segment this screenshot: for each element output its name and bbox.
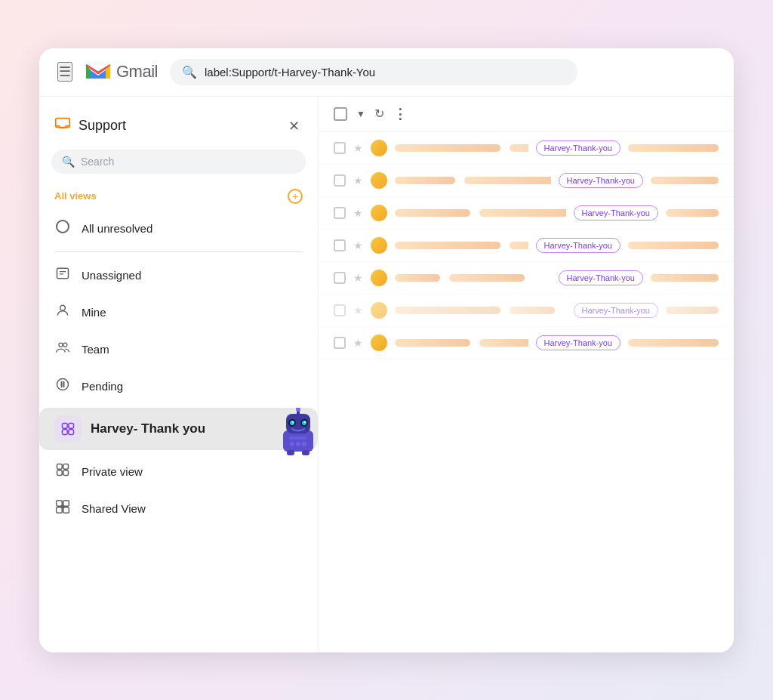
search-icon: 🔍 [182,65,197,79]
star-icon[interactable]: ★ [353,239,363,251]
sidebar-item-harvey[interactable]: Harvey- Thank you [39,408,318,450]
email-checkbox[interactable] [334,207,346,219]
email-checkbox[interactable] [334,272,346,284]
select-all-checkbox[interactable] [334,107,347,121]
sender-avatar [371,205,387,221]
sidebar-item-private-view[interactable]: Private view [39,453,312,490]
inbox-icon [54,116,71,136]
circle-icon [54,219,71,238]
email-checkbox[interactable] [334,337,346,349]
sender-avatar [371,237,387,254]
email-date-bar [628,144,719,152]
email-tag: Harvey-Thank-you [559,270,643,285]
sidebar-title-row: Support [54,116,126,136]
email-checkbox[interactable] [334,239,346,251]
sidebar-close-button[interactable]: ✕ [285,115,303,137]
email-sender-bar [395,339,470,347]
svg-rect-36 [57,470,63,475]
table-row[interactable]: ★ Harvey-Thank-you [319,165,734,197]
gmail-logo: Gmail [85,58,158,85]
table-row[interactable]: ★ Harvey-Thank-you [319,230,734,262]
email-subject-bar [449,274,525,282]
svg-rect-41 [63,507,69,513]
svg-point-29 [290,442,294,446]
gmail-text: Gmail [116,62,158,82]
main-content: Support ✕ 🔍 Search All views + All unres… [39,97,734,652]
sidebar-item-mine[interactable]: Mine [39,294,312,331]
svg-point-30 [296,442,300,446]
toolbar-row: ▼ ↻ ⋮ [319,97,734,132]
all-views-row: All views + [39,183,318,210]
unassigned-label: Unassigned [82,269,141,282]
hamburger-menu[interactable]: ☰ [57,62,72,82]
refresh-button[interactable]: ↻ [374,106,384,121]
svg-rect-13 [63,381,64,387]
svg-rect-39 [63,500,69,506]
svg-point-27 [304,421,306,422]
email-subject-bar [464,177,551,184]
sidebar-item-pending[interactable]: Pending [39,368,312,405]
svg-point-42 [61,504,65,508]
table-row[interactable]: ★ Harvey-Thank-you [319,262,734,294]
svg-rect-12 [61,381,63,387]
svg-rect-40 [57,507,63,513]
star-icon[interactable]: ★ [353,174,363,187]
pending-label: Pending [82,380,123,393]
team-label: Team [82,343,109,356]
svg-rect-34 [57,464,63,469]
svg-point-26 [292,421,294,422]
email-checkbox[interactable] [334,174,346,187]
email-checkbox[interactable] [334,304,346,316]
email-checkbox[interactable] [334,142,346,154]
table-row[interactable]: ★ Harvey-Thank-you [319,327,734,359]
mine-icon [54,303,71,322]
search-bar[interactable]: 🔍 label:Support/t-Harvey-Thank-You [170,59,577,85]
more-options-button[interactable]: ⋮ [393,106,407,122]
email-subject-bar [479,209,566,217]
mine-label: Mine [82,306,106,319]
email-content [395,307,566,314]
table-row[interactable]: ★ Harvey-Thank-you [319,294,734,327]
table-row[interactable]: ★ Harvey-Thank-you [319,132,734,165]
svg-rect-28 [289,436,307,439]
star-icon[interactable]: ★ [353,142,363,154]
email-subject-bar [510,242,528,249]
select-dropdown-icon[interactable]: ▼ [356,109,365,119]
private-view-label: Private view [82,465,143,478]
svg-point-8 [60,305,66,310]
email-tag: Harvey-Thank-you [574,303,658,318]
star-icon[interactable]: ★ [353,207,363,219]
sender-avatar [371,270,387,286]
star-icon[interactable]: ★ [353,304,363,316]
divider-1 [54,251,303,252]
sidebar-item-team[interactable]: Team [39,331,312,368]
team-icon [54,340,71,359]
table-row[interactable]: ★ Harvey-Thank-you [319,197,734,230]
sidebar-search-box[interactable]: 🔍 Search [51,150,306,174]
sidebar-item-all-unresolved[interactable]: All unresolved [39,210,312,247]
svg-rect-17 [69,429,74,434]
gmail-logo-icon [85,58,112,85]
harvey-icon-box [54,415,82,443]
email-content [395,144,528,152]
email-date-bar [666,209,719,217]
sidebar: Support ✕ 🔍 Search All views + All unres… [39,97,319,652]
email-date-bar [628,242,719,249]
app-window: ☰ Gmail 🔍 [39,48,734,652]
star-icon[interactable]: ★ [353,337,363,349]
sender-avatar [371,172,387,189]
email-content [395,209,566,217]
sender-avatar [371,140,387,156]
email-tag: Harvey-Thank-you [536,335,621,350]
sidebar-search-placeholder: Search [81,156,114,168]
email-tag: Harvey-Thank-you [536,238,621,253]
email-tag: Harvey-Thank-you [559,173,643,188]
sidebar-item-unassigned[interactable]: Unassigned [39,257,312,294]
email-sender-bar [395,274,440,282]
email-content [395,242,528,249]
svg-rect-38 [57,500,63,506]
sidebar-item-shared-view[interactable]: Shared View [39,490,312,527]
add-view-button[interactable]: + [288,189,303,204]
email-date-bar [628,339,719,347]
star-icon[interactable]: ★ [353,272,363,284]
